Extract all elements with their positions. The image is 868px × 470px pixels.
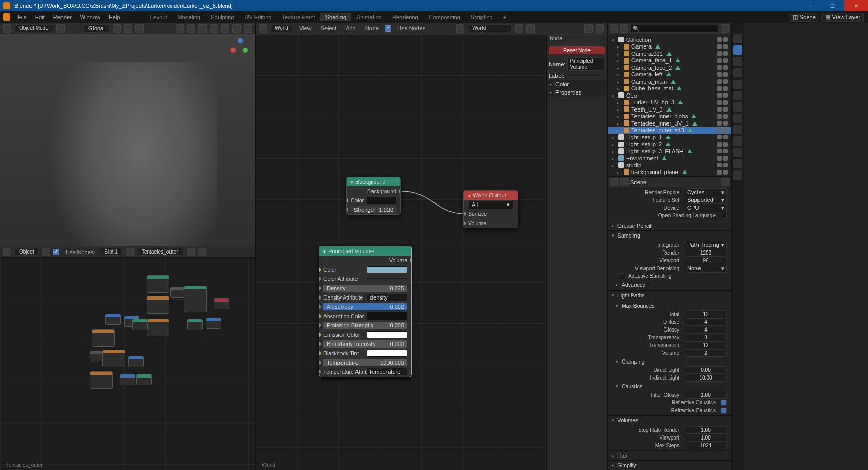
density-input[interactable]: Density0.025 — [323, 285, 407, 292]
world-new-icon[interactable] — [515, 24, 523, 33]
tab-constraints[interactable] — [733, 136, 742, 146]
mini-node[interactable] — [184, 286, 207, 312]
max-steps[interactable]: 1024 — [685, 442, 727, 449]
density-attr-input[interactable]: density — [367, 294, 407, 301]
overlays-icon[interactable] — [187, 24, 195, 33]
editor-type-icon[interactable] — [610, 24, 618, 33]
bounce-glossy[interactable]: 4 — [685, 326, 727, 334]
mini-node[interactable] — [102, 350, 125, 367]
workspace-modeling[interactable]: Modeling — [173, 13, 206, 21]
options-icon[interactable] — [721, 178, 729, 186]
node-principled-volume[interactable]: Principled Volume Volume Color Color Att… — [319, 246, 412, 377]
workspace-add[interactable]: + — [498, 13, 512, 21]
render-icon[interactable] — [723, 79, 728, 84]
tab-render[interactable] — [733, 34, 742, 43]
app-icon[interactable] — [3, 13, 10, 21]
workspace-layout[interactable]: Layout — [145, 13, 173, 21]
panel-caustics[interactable]: Caustics — [612, 382, 727, 391]
world-shader-canvas[interactable]: Background Background Color Strength1.00… — [256, 34, 607, 470]
mini-node[interactable] — [147, 296, 169, 314]
tab-output[interactable] — [733, 45, 742, 55]
tab-viewlayer[interactable] — [733, 57, 742, 66]
outliner-item[interactable]: Camera_face_1 — [608, 57, 731, 65]
outliner-item[interactable]: Collection — [608, 36, 731, 43]
workspace-scripting[interactable]: Scripting — [466, 13, 498, 21]
panel-advanced[interactable]: Advanced — [612, 280, 727, 289]
tab-object[interactable] — [733, 91, 742, 100]
render-icon[interactable] — [723, 44, 728, 49]
workspace-sculpting[interactable]: Sculpting — [206, 13, 239, 21]
panel-simplify[interactable]: Simplify — [608, 461, 731, 470]
mini-node[interactable] — [132, 319, 148, 330]
shader-type-world[interactable]: World — [270, 24, 293, 32]
sidebar-properties-panel[interactable]: Properties — [547, 88, 607, 97]
shading-wire-icon[interactable] — [210, 24, 218, 33]
outliner-item[interactable]: Cube_base_mat — [608, 85, 731, 92]
render-icon[interactable] — [723, 135, 728, 139]
shader-type-object[interactable]: Object — [14, 248, 39, 256]
outliner-item[interactable]: Environment — [608, 155, 731, 162]
temp-attr-input[interactable]: temperature — [367, 368, 407, 375]
refr-check[interactable] — [721, 408, 727, 414]
mini-node[interactable] — [92, 329, 115, 347]
sidebar-color-panel[interactable]: Color — [547, 80, 607, 88]
mini-node[interactable] — [120, 374, 135, 385]
node-name-input[interactable]: Principled Volume — [567, 57, 605, 71]
workspace-shading[interactable]: Shading — [320, 13, 351, 21]
outliner-item[interactable]: Camera_left — [608, 71, 731, 79]
snap-icon[interactable] — [584, 24, 593, 33]
render-samples[interactable]: 1200 — [685, 249, 727, 257]
pin-icon[interactable] — [620, 178, 628, 186]
outliner-item[interactable]: Tentacles_inner_UV_1 — [608, 120, 731, 127]
bounce-transp[interactable]: 8 — [685, 334, 727, 341]
viewport-3d[interactable] — [0, 34, 255, 246]
mat-browse-icon[interactable] — [187, 248, 195, 256]
menu-render[interactable]: Render — [49, 14, 76, 20]
filter-icon[interactable] — [721, 24, 729, 33]
mat-del-icon[interactable] — [198, 248, 206, 256]
menu-edit[interactable]: Edit — [31, 14, 49, 20]
mini-node[interactable] — [206, 318, 221, 329]
mini-node[interactable] — [187, 319, 203, 330]
render-icon[interactable] — [723, 128, 728, 133]
overlay-icon[interactable] — [135, 24, 144, 33]
outliner-item[interactable]: Teeth_UV_3 — [608, 106, 731, 113]
color-swatch[interactable] — [367, 266, 407, 273]
workspace-compositing[interactable]: Compositing — [424, 13, 466, 21]
eye-icon[interactable] — [717, 86, 722, 91]
osl-check[interactable] — [721, 213, 727, 219]
tint-swatch[interactable] — [367, 350, 407, 357]
anisotropy-input[interactable]: Anisotropy0.000 — [323, 303, 407, 310]
render-icon[interactable] — [723, 107, 728, 112]
device-select[interactable]: CPU▾ — [685, 203, 727, 212]
panel-clamping[interactable]: Clamping — [612, 357, 727, 366]
mini-node[interactable] — [147, 275, 169, 293]
menu-select[interactable]: Select — [318, 25, 340, 32]
eye-icon[interactable] — [717, 121, 722, 126]
eye-icon[interactable] — [717, 114, 722, 119]
workspace-uv[interactable]: UV Editing — [239, 13, 276, 21]
outliner-item[interactable]: Light_setup_1 — [608, 134, 731, 141]
blackbody-int-input[interactable]: Blackbody Intensity0.000 — [323, 340, 407, 348]
outliner-item[interactable]: Camera_face_2 — [608, 64, 731, 71]
target-select[interactable]: All▾ — [468, 200, 514, 209]
render-icon[interactable] — [723, 142, 728, 147]
proportional-edit-icon[interactable] — [124, 24, 132, 33]
vdenoise-select[interactable]: None▾ — [685, 264, 727, 273]
transform-orientation[interactable]: Global — [84, 24, 110, 33]
node-world-output[interactable]: World Output All▾ Surface Volume — [463, 190, 518, 228]
color-attr-input[interactable] — [367, 278, 407, 279]
object-shader-canvas[interactable]: Tentacles_outer — [0, 258, 255, 470]
workspace-texpaint[interactable]: Texture Paint — [276, 13, 320, 21]
eye-icon[interactable] — [717, 163, 722, 167]
sidebar-tab-node[interactable]: Node — [547, 34, 607, 44]
render-icon[interactable] — [723, 121, 728, 126]
absorb-swatch[interactable] — [367, 312, 407, 320]
viewport-samples[interactable]: 96 — [685, 257, 727, 264]
bounce-transm[interactable]: 12 — [685, 341, 727, 349]
render-icon[interactable] — [723, 156, 728, 161]
render-icon[interactable] — [723, 51, 728, 56]
bounce-diffuse[interactable]: 4 — [685, 318, 727, 326]
material-name[interactable]: Tentacles_outer — [137, 248, 183, 256]
close-button[interactable]: ✕ — [844, 0, 868, 11]
